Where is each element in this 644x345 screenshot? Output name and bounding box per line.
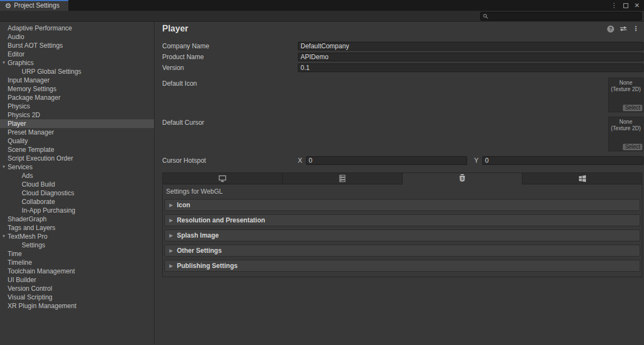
sidebar-item-label: Tags and Layers (8, 224, 55, 232)
tab-project-settings[interactable]: ⚙ Project Settings (0, 0, 68, 11)
sidebar-item[interactable]: ▼ Time (0, 250, 154, 258)
hotspot-y-input[interactable] (482, 156, 643, 165)
sidebar-item-label: Ads (22, 172, 33, 180)
project-settings-window: ⚙ Project Settings ⋮ ✕ ▼ Adaptive Perf (0, 0, 644, 345)
sidebar-item-label: TextMesh Pro (8, 233, 47, 240)
sidebar-item-label: Memory Settings (8, 85, 56, 93)
sidebar-item-label: Physics (8, 103, 30, 110)
foldout-arrow-icon: ▶ (169, 248, 173, 253)
select-texture-button[interactable]: Select (623, 144, 642, 150)
tab-webgl[interactable]: 5 (403, 173, 522, 184)
settings-section-header[interactable]: ▶ Splash Image (164, 229, 640, 241)
company-name-input[interactable] (298, 42, 643, 50)
sidebar-item[interactable]: ▼ Editor (0, 50, 154, 59)
window-title: Project Settings (14, 2, 60, 9)
foldout-arrow-icon[interactable]: ▼ (2, 163, 6, 171)
settings-section-header[interactable]: ▶ Resolution and Presentation (164, 214, 640, 226)
sidebar-item[interactable]: ▼ Scene Template (0, 145, 154, 154)
sidebar-item[interactable]: ▼ Version Control (0, 284, 154, 293)
sidebar-item[interactable]: ▼ Ads (0, 171, 154, 180)
sidebar-item[interactable]: ▼ ShaderGraph (0, 215, 154, 223)
sidebar-item-label: Editor (8, 50, 24, 58)
sidebar-item[interactable]: ▼ Settings (0, 241, 154, 250)
sidebar-item[interactable]: ▼ Burst AOT Settings (0, 41, 154, 50)
default-icon-texture-slot[interactable]: None (Texture 2D) Select (608, 78, 643, 112)
sidebar-item[interactable]: ▼ Timeline (0, 258, 154, 267)
sidebar-item[interactable]: ▼ Memory Settings (0, 85, 154, 93)
sidebar-item[interactable]: ▼ Input Manager (0, 76, 154, 85)
tab-windows[interactable] (522, 173, 642, 184)
company-name-row: Company Name (162, 41, 643, 52)
sidebar-item[interactable]: ▼ Quality (0, 137, 154, 145)
product-name-input[interactable] (298, 53, 643, 61)
sidebar-item-label: XR Plugin Management (8, 302, 76, 310)
settings-for-platform-label: Settings for WebGL (166, 188, 640, 195)
texture-none-label: None (609, 80, 643, 86)
cursor-hotspot-row: Cursor Hotspot X Y (162, 156, 643, 165)
x-axis-label: X (298, 157, 302, 164)
sidebar-item-label: Timeline (8, 259, 32, 266)
sidebar-item[interactable]: ▼ XR Plugin Management (0, 302, 154, 310)
window-menu-icon[interactable]: ⋮ (611, 2, 617, 9)
version-label: Version (162, 64, 298, 72)
svg-text:5: 5 (461, 176, 464, 181)
sidebar-item[interactable]: ▼ Physics (0, 102, 154, 111)
sidebar-item[interactable]: ▼ Script Execution Order (0, 154, 154, 163)
sidebar-item[interactable]: ▼ Graphics (0, 59, 154, 67)
sidebar-item[interactable]: ▼ Toolchain Management (0, 267, 154, 276)
monitor-icon (218, 175, 227, 182)
sidebar-item[interactable]: ▼ Package Manager (0, 93, 154, 102)
section-label: Publishing Settings (177, 262, 238, 270)
sidebar-item[interactable]: ▼ URP Global Settings (0, 67, 154, 76)
sidebar-item[interactable]: ▼ Services (0, 163, 154, 171)
version-row: Version (162, 62, 643, 73)
tab-standalone[interactable] (163, 173, 283, 184)
windows-icon (578, 175, 586, 182)
sidebar-item-label: Physics 2D (8, 111, 40, 119)
sidebar-item[interactable]: ▼ Cloud Build (0, 180, 154, 189)
close-icon[interactable]: ✕ (634, 2, 640, 9)
foldout-arrow-icon[interactable]: ▼ (2, 59, 6, 67)
sidebar-item-label: Input Manager (8, 76, 49, 84)
sidebar-item[interactable]: ▼ Audio (0, 33, 154, 41)
sidebar-item[interactable]: ▼ UI Builder (0, 276, 154, 284)
hotspot-x-input[interactable] (306, 156, 467, 165)
version-input[interactable] (298, 63, 643, 72)
dedicated-server-icon (339, 175, 346, 182)
foldout-arrow-icon[interactable]: ▼ (2, 232, 6, 241)
search-input[interactable] (490, 13, 639, 20)
settings-section-header[interactable]: ▶ Icon (164, 199, 640, 211)
sidebar-item[interactable]: ▼ Physics 2D (0, 111, 154, 119)
sidebar-item[interactable]: ▼ Tags and Layers (0, 223, 154, 232)
help-icon[interactable]: ? (607, 25, 614, 33)
product-name-label: Product Name (162, 53, 298, 61)
sidebar-item[interactable]: ▼ Cloud Diagnostics (0, 189, 154, 197)
sidebar-item-label: In-App Purchasing (22, 207, 75, 214)
sidebar-item[interactable]: ▼ TextMesh Pro (0, 232, 154, 241)
sidebar-item[interactable]: ▼ Collaborate (0, 197, 154, 206)
search-box[interactable] (480, 12, 642, 21)
sidebar-item[interactable]: ▼ Adaptive Performance (0, 24, 154, 33)
tab-dedicated-server[interactable] (283, 173, 403, 184)
sidebar-item[interactable]: ▼ Preset Manager (0, 128, 154, 137)
settings-sections: ▶ Icon ▶ Resolution and Presentation ▶ (164, 199, 640, 272)
gear-icon: ⚙ (5, 2, 11, 9)
select-texture-button[interactable]: Select (623, 105, 642, 111)
sidebar-item[interactable]: ▼ In-App Purchasing (0, 206, 154, 215)
sidebar-item[interactable]: ▼ Player (0, 119, 154, 128)
foldout-arrow-icon: ▶ (169, 218, 173, 223)
settings-section-header[interactable]: ▶ Publishing Settings (164, 260, 640, 272)
sidebar-item[interactable]: ▼ Visual Scripting (0, 293, 154, 302)
settings-section-header[interactable]: ▶ Other Settings (164, 245, 640, 257)
presets-icon[interactable] (620, 25, 627, 32)
default-cursor-label: Default Cursor (162, 119, 298, 126)
maximize-icon[interactable] (623, 3, 628, 8)
sidebar-item-label: Settings (22, 241, 45, 249)
default-cursor-row: Default Cursor None (Texture 2D) Select (162, 117, 643, 154)
more-icon[interactable]: ⋮ (633, 25, 639, 33)
default-cursor-texture-slot[interactable]: None (Texture 2D) Select (608, 117, 643, 151)
section-label: Icon (177, 201, 190, 209)
titlebar: ⚙ Project Settings ⋮ ✕ (0, 0, 644, 11)
platform-tabbar: 5 (163, 173, 642, 184)
sidebar-item-label: Toolchain Management (8, 267, 75, 275)
